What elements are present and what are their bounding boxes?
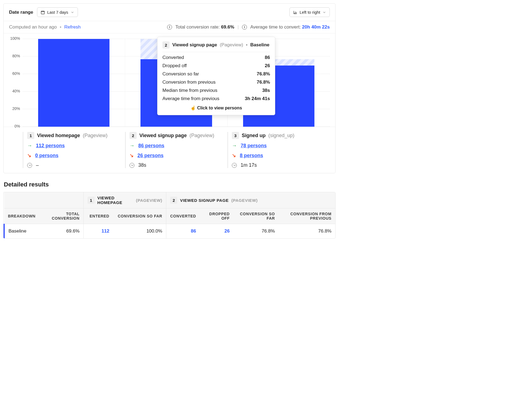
svg-rect-0 (41, 11, 44, 14)
avg-time-value: 20h 40m 22s (302, 24, 330, 30)
tooltip-series: Baseline (250, 42, 269, 48)
status-row: Computed an hour ago • Refresh i Total c… (4, 21, 335, 33)
clock-icon (130, 163, 134, 168)
funnel-step-3: 3 Signed up (signed_up) → 78 persons ↘ 8… (227, 132, 330, 168)
tooltip-row-val: 86 (265, 55, 270, 60)
conversion-metrics: i Total conversion rate: 69.6% | i Avera… (167, 24, 330, 30)
info-icon[interactable]: i (167, 25, 172, 30)
col-breakdown[interactable]: BREAKDOWN (4, 208, 39, 224)
col-conv-so-far[interactable]: CONVERSION SO FAR (233, 208, 279, 224)
orientation-value: Left to right (300, 10, 320, 15)
y-tick: 100% (7, 36, 20, 41)
tooltip-row-key: Dropped off (162, 63, 187, 69)
tooltip-row-val: 26 (265, 63, 270, 69)
group-name: VIEWED HOMEPAGE (97, 196, 133, 205)
date-range-dropdown[interactable]: Last 7 days (37, 7, 78, 17)
cell-breakdown: Baseline (4, 224, 39, 239)
step-time: 38s (138, 162, 146, 168)
group-type: (PAGEVIEW) (136, 198, 162, 203)
y-tick: 20% (7, 106, 20, 111)
date-range-label: Date range (9, 10, 33, 15)
funnel-panel: Date range Last 7 days Left to right (3, 3, 336, 173)
step-persons-link[interactable]: 112 persons (36, 143, 65, 149)
y-tick: 80% (7, 54, 20, 58)
tooltip-row-key: Conversion so far (162, 71, 199, 77)
total-conversion-value: 69.6% (221, 24, 234, 30)
tooltip-row-val: 3h 24m 41s (245, 96, 270, 101)
step-name: Viewed homepage (37, 133, 80, 138)
y-tick: 60% (7, 71, 20, 76)
chart-tooltip: 2 Viewed signup page (Pageview) • Baseli… (157, 37, 275, 115)
group-number: 2 (170, 197, 177, 204)
step-number: 1 (27, 132, 34, 139)
separator-dot: • (246, 42, 247, 48)
tooltip-row-key: Average time from previous (162, 96, 219, 101)
separator-dot: • (58, 24, 63, 30)
funnel-step-2: 2 Viewed signup page (Pageview) → 86 per… (125, 132, 227, 168)
total-conversion-label: Total conversion rate: (175, 24, 220, 30)
step-dropped-link[interactable]: 8 persons (240, 153, 263, 158)
cell-conv-so-far: 100.0% (113, 224, 166, 239)
avg-time-label: Average time to convert: (250, 24, 301, 30)
arrow-right-icon: → (232, 143, 237, 149)
group-name: VIEWED SIGNUP PAGE (180, 198, 229, 203)
tooltip-row-val: 76.8% (257, 80, 270, 85)
funnel-bar-1[interactable] (38, 39, 110, 127)
step-time: 1m 17s (241, 162, 257, 168)
arrow-right-icon: → (27, 143, 32, 149)
funnel-step-1: 1 Viewed homepage (Pageview) → 112 perso… (23, 132, 125, 168)
clock-icon (232, 163, 237, 168)
arrow-right-icon: → (130, 143, 134, 149)
info-icon[interactable]: i (242, 25, 247, 30)
calendar-icon (41, 10, 45, 15)
chevron-down-icon (322, 10, 326, 14)
step-number: 3 (232, 132, 239, 139)
cell-conv-so-far: 76.8% (233, 224, 279, 239)
cell-converted[interactable]: 86 (191, 228, 196, 234)
step-name: Signed up (242, 133, 266, 138)
tooltip-row-key: Median time from previous (162, 88, 217, 93)
cell-conv-prev: 76.8% (279, 224, 335, 239)
orientation-dropdown[interactable]: Left to right (289, 7, 330, 17)
date-range-value: Last 7 days (47, 10, 68, 15)
tooltip-type: (Pageview) (220, 42, 243, 48)
detailed-results-table: 1 VIEWED HOMEPAGE (PAGEVIEW) 2 VIEWED SI… (3, 192, 336, 239)
col-conv-prev[interactable]: CONVERSION FROM PREVIOUS (279, 208, 335, 224)
step-dropped-link[interactable]: 0 persons (35, 153, 58, 158)
bar-chart-icon (293, 10, 297, 15)
tooltip-row-key: Conversion from previous (162, 80, 216, 85)
step-dropped-link[interactable]: 26 persons (137, 153, 164, 158)
top-bar: Date range Last 7 days Left to right (4, 4, 335, 21)
arrow-dropoff-icon: ↘ (130, 152, 134, 158)
tooltip-row-val: 76.8% (257, 71, 270, 77)
computed-status: Computed an hour ago • Refresh (9, 24, 81, 30)
col-converted[interactable]: CONVERTED (166, 208, 200, 224)
cell-entered[interactable]: 112 (102, 228, 109, 234)
funnel-chart: 0% 20% 40% 60% 80% 100% (4, 33, 335, 127)
tooltip-title: Viewed signup page (172, 42, 217, 48)
detailed-results-heading: Detailed results (4, 181, 336, 188)
tooltip-cta[interactable]: ☝ Click to view persons (162, 101, 270, 111)
col-conv-so-far[interactable]: CONVERSION SO FAR (113, 208, 166, 224)
step-type: (Pageview) (83, 133, 108, 138)
group-type: (PAGEVIEW) (231, 198, 258, 203)
step-time: – (36, 162, 39, 168)
step-persons-link[interactable]: 78 persons (241, 143, 267, 149)
y-tick: 40% (7, 89, 20, 93)
refresh-link[interactable]: Refresh (64, 24, 81, 30)
col-total-conversion[interactable]: TOTAL CONVERSION (39, 208, 83, 224)
group-number: 1 (88, 197, 95, 204)
tooltip-row-val: 38s (262, 88, 270, 93)
step-persons-link[interactable]: 86 persons (138, 143, 164, 149)
step-type: (signed_up) (268, 133, 294, 138)
arrow-dropoff-icon: ↘ (27, 152, 31, 158)
table-row[interactable]: Baseline 69.6% 112 100.0% 86 26 76.8% 76… (4, 224, 335, 239)
computed-text: Computed an hour ago (9, 24, 57, 30)
col-dropped[interactable]: DROPPED OFF (200, 208, 233, 224)
cell-total: 69.6% (39, 224, 83, 239)
cell-dropped[interactable]: 26 (224, 228, 230, 234)
clock-icon (27, 163, 32, 168)
chevron-down-icon (71, 10, 74, 14)
funnel-steps: 1 Viewed homepage (Pageview) → 112 perso… (4, 127, 335, 173)
col-entered[interactable]: ENTERED (83, 208, 113, 224)
